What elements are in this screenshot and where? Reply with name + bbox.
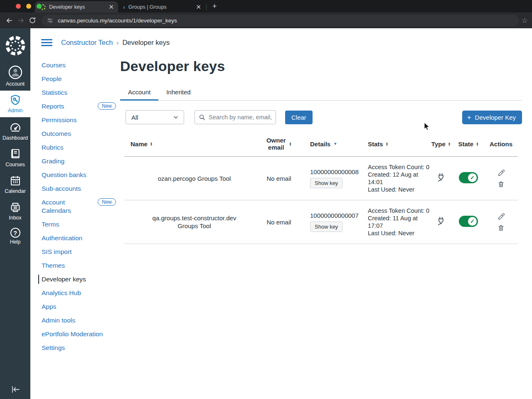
- sort-desc-icon: ▼: [333, 142, 337, 146]
- subnav-item-themes[interactable]: Themes: [42, 261, 116, 270]
- sidebar-item-label: Calendar: [5, 188, 26, 194]
- sidebar-item-calendar[interactable]: Calendar: [0, 171, 30, 198]
- key-name: ozan.percogo Groups Tool: [124, 175, 258, 182]
- developer-keys-table: Name▲▼ Owner email▲▼ Details▼ Stats▲▼ Ty: [124, 133, 518, 244]
- site-settings-icon[interactable]: [47, 17, 54, 24]
- browser-tab-developer-keys[interactable]: Developer keys ✕: [35, 1, 118, 12]
- column-header-stats[interactable]: Stats▲▼: [363, 140, 429, 148]
- sort-icon: ▲▼: [476, 142, 478, 146]
- back-button[interactable]: [3, 15, 15, 26]
- sidebar-item-help[interactable]: ? Help: [0, 224, 30, 249]
- url-text[interactable]: canvas.perculus.my/accounts/1/developer_…: [58, 17, 177, 24]
- browser-toolbar: canvas.perculus.my/accounts/1/developer_…: [0, 12, 532, 28]
- column-header-actions: Actions: [484, 140, 518, 148]
- address-bar[interactable]: canvas.perculus.my/accounts/1/developer_…: [42, 15, 519, 26]
- delete-key-button[interactable]: [498, 180, 505, 188]
- collapse-nav-button[interactable]: [0, 385, 30, 394]
- zoom-window-button[interactable]: [37, 4, 42, 9]
- minimize-window-button[interactable]: [26, 4, 31, 9]
- new-tab-button[interactable]: +: [209, 2, 220, 11]
- subnav-item-sis-import[interactable]: SIS import: [42, 248, 116, 256]
- owner-email: No email: [258, 219, 300, 226]
- tab-account[interactable]: Account: [120, 85, 158, 100]
- clear-button[interactable]: Clear: [285, 111, 313, 124]
- subnav-item-account-calendars[interactable]: Account CalendarsNew: [42, 198, 116, 215]
- filter-row: All Clear + Developer Key: [120, 110, 522, 124]
- subnav-item-permissions[interactable]: Permissions: [42, 116, 116, 124]
- global-nav: Account Admin Dashboard Co: [0, 28, 30, 399]
- calendar-icon: [9, 175, 22, 187]
- table-header-row: Name▲▼ Owner email▲▼ Details▼ Stats▲▼ Ty: [124, 133, 518, 157]
- edit-key-button[interactable]: [498, 213, 505, 220]
- reload-icon: [29, 17, 36, 24]
- column-header-details[interactable]: Details▼: [300, 140, 363, 148]
- lti-plug-icon: [436, 216, 446, 226]
- subnav-item-grading[interactable]: Grading: [42, 157, 116, 165]
- show-key-button[interactable]: Show key: [310, 178, 342, 188]
- sidebar-item-label: Courses: [5, 162, 25, 167]
- column-header-type[interactable]: Type▲▼: [429, 140, 453, 148]
- search-icon: [199, 114, 206, 121]
- subnav-item-admin-tools[interactable]: Admin tools: [42, 316, 116, 325]
- selected-option: All: [131, 114, 138, 121]
- check-icon: ✓: [468, 173, 477, 182]
- subnav-item-authentication[interactable]: Authentication: [42, 234, 116, 242]
- reload-button[interactable]: [27, 15, 38, 26]
- subnav-item-terms[interactable]: Terms: [42, 220, 116, 229]
- delete-key-button[interactable]: [498, 224, 505, 232]
- trash-icon: [498, 224, 505, 232]
- sidebar-item-inbox[interactable]: Inbox: [0, 198, 30, 224]
- sort-icon: ▲▼: [386, 142, 388, 146]
- tab-close-icon[interactable]: ✕: [108, 4, 114, 10]
- bookmark-star-icon[interactable]: ☆: [522, 16, 528, 25]
- sidebar-item-courses[interactable]: Courses: [0, 145, 30, 171]
- sidebar-item-label: Admin: [8, 108, 22, 113]
- forward-button[interactable]: [15, 15, 27, 26]
- browser-tab-groups[interactable]: › Groups | Groups ✕: [118, 1, 205, 12]
- subnav-item-settings[interactable]: Settings: [42, 344, 116, 352]
- sidebar-item-admin[interactable]: Admin: [0, 91, 30, 117]
- key-stats: Access Token Count: 0 Created: 12 Aug at…: [363, 163, 429, 193]
- sort-icon: ▲▼: [150, 142, 153, 146]
- subnav-item-analytics-hub[interactable]: Analytics Hub: [42, 289, 116, 297]
- key-name: qa.groups.test-constructor.dev Groups To…: [124, 214, 258, 230]
- subnav-item-reports[interactable]: ReportsNew: [42, 102, 116, 111]
- key-type: [429, 172, 453, 184]
- breadcrumb-current: Developer keys: [122, 39, 170, 47]
- sidebar-item-label: Help: [10, 239, 21, 245]
- subnav-item-eportfolio-moderation[interactable]: ePortfolio Moderation: [42, 330, 116, 338]
- sidebar-item-dashboard[interactable]: Dashboard: [0, 117, 30, 145]
- subnav-item-people[interactable]: People: [42, 75, 116, 83]
- search-input[interactable]: [209, 114, 272, 121]
- menu-toggle-button[interactable]: [41, 39, 52, 46]
- edit-key-button[interactable]: [498, 169, 505, 177]
- column-header-owner-email[interactable]: Owner email▲▼: [258, 137, 300, 151]
- subnav-item-courses[interactable]: Courses: [42, 61, 116, 69]
- column-header-state[interactable]: State▲▼: [453, 140, 484, 148]
- add-developer-key-button[interactable]: + Developer Key: [462, 111, 522, 124]
- tab-inherited[interactable]: Inherited: [158, 85, 198, 100]
- sort-icon: ▲▼: [289, 142, 291, 146]
- column-header-name[interactable]: Name▲▼: [124, 140, 258, 148]
- chevron-right-icon: ›: [116, 39, 118, 46]
- book-icon: [9, 148, 22, 160]
- canvas-logo[interactable]: [0, 28, 30, 62]
- subnav-item-statistics[interactable]: Statistics: [42, 89, 116, 97]
- content-area: Constructor Tech › Developer keys Course…: [30, 28, 532, 399]
- subnav-item-outcomes[interactable]: Outcomes: [42, 130, 116, 138]
- subnav-item-sub-accounts[interactable]: Sub-accounts: [42, 185, 116, 193]
- subnav-item-developer-keys[interactable]: Developer keys: [42, 275, 116, 283]
- sidebar-item-account[interactable]: Account: [0, 62, 30, 91]
- state-toggle-on[interactable]: ✓: [459, 172, 478, 183]
- subnav-item-apps[interactable]: Apps: [42, 303, 116, 311]
- state-filter-select[interactable]: All: [126, 110, 184, 124]
- show-key-button[interactable]: Show key: [310, 222, 342, 232]
- state-toggle-on[interactable]: ✓: [459, 216, 478, 227]
- window-controls[interactable]: [16, 4, 42, 9]
- canvas-app: Account Admin Dashboard Co: [0, 28, 532, 399]
- subnav-item-rubrics[interactable]: Rubrics: [42, 143, 116, 152]
- tab-close-icon[interactable]: ✕: [196, 4, 201, 10]
- close-window-button[interactable]: [16, 4, 21, 9]
- breadcrumb-root-link[interactable]: Constructor Tech: [61, 39, 113, 47]
- subnav-item-question-banks[interactable]: Question banks: [42, 171, 116, 179]
